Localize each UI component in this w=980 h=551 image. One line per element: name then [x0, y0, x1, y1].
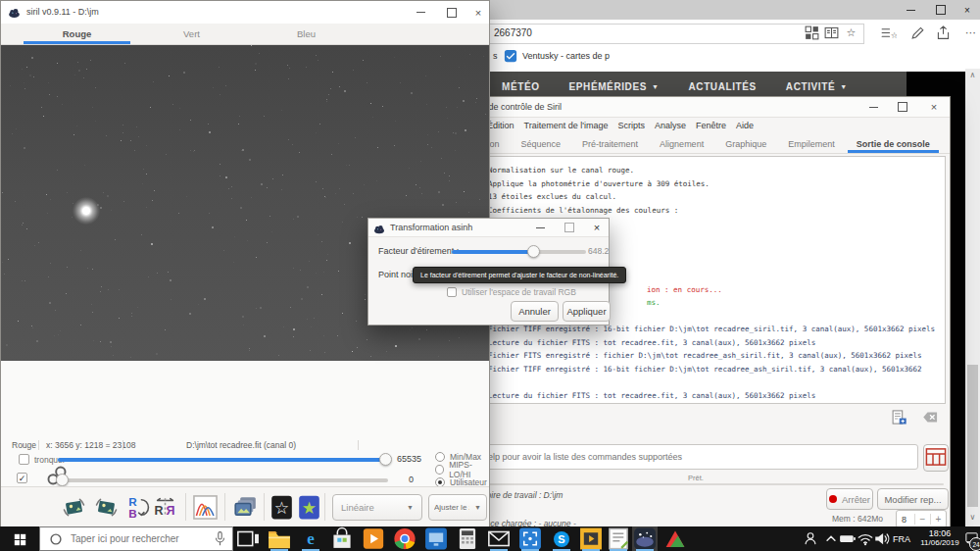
menu-traitement-de-l-image[interactable]: Traitement de l'image	[524, 121, 609, 130]
command-input[interactable]	[452, 444, 918, 470]
favorite-star-icon[interactable]: ☆	[843, 25, 859, 41]
console-titlebar[interactable]: Fenêtre de contrôle de Siril ×	[442, 97, 950, 118]
link-checkbox[interactable]: ✓	[17, 473, 27, 483]
main-maximize-button[interactable]	[438, 1, 466, 24]
radio-mips-lo-hi[interactable]: MIPS-LO/HI	[435, 464, 489, 476]
microphone-icon[interactable]	[212, 530, 228, 547]
export-log-icon[interactable]	[891, 409, 907, 426]
hub-icon[interactable]: ☆	[880, 25, 897, 41]
main-minimize-button[interactable]	[407, 1, 434, 24]
rotate-right-button[interactable]	[94, 495, 119, 520]
star-detect-button[interactable]: ☆	[270, 495, 294, 520]
web-note-icon[interactable]	[909, 25, 926, 41]
stretch-slider-knob[interactable]	[527, 245, 540, 258]
console-tab-empilement[interactable]: Empilement	[777, 134, 846, 153]
taskbar-mail-icon[interactable]	[486, 526, 512, 551]
apply-button[interactable]: Appliquer	[563, 301, 611, 322]
console-tab-sequence[interactable]: Séquence	[511, 134, 572, 153]
nav-actualites[interactable]: ACTUALITÉS	[689, 81, 757, 92]
tracking-icon[interactable]	[804, 25, 820, 41]
more-icon[interactable]: ⋯	[962, 25, 979, 41]
wifi-icon[interactable]	[857, 526, 874, 551]
people-icon[interactable]	[802, 526, 819, 551]
share-icon[interactable]	[935, 25, 952, 41]
display-mode-dropdown[interactable]: Linéaire ▼	[332, 494, 422, 521]
low-slider-knob[interactable]	[56, 474, 69, 486]
edge-minimize-button[interactable]	[897, 0, 924, 20]
mirror-horizontal-button[interactable]: RЯ	[153, 495, 177, 520]
menu-aide[interactable]: Aide	[736, 121, 754, 130]
tab-vert[interactable]: Vert	[134, 24, 249, 44]
spinner-decrement[interactable]: −	[914, 514, 930, 525]
star-color-button[interactable]: ★	[297, 495, 321, 520]
clear-console-icon[interactable]	[922, 409, 939, 426]
menu-scripts[interactable]: Scripts	[617, 121, 645, 130]
tab-bleu[interactable]: Bleu	[249, 24, 364, 44]
main-close-button[interactable]: ×	[467, 1, 489, 24]
dialog-minimize-button[interactable]	[528, 219, 552, 236]
tab-rouge[interactable]: Rouge	[20, 24, 134, 44]
image-stack-button[interactable]	[233, 495, 258, 520]
search-input[interactable]	[69, 532, 212, 545]
console-tab-pre-traitement[interactable]: Pré-traitement	[571, 134, 649, 153]
taskbar-video-app-icon[interactable]	[361, 526, 386, 551]
dialog-maximize-button[interactable]	[558, 219, 581, 236]
menu-edition[interactable]: Édition	[487, 121, 514, 130]
battery-icon[interactable]	[839, 526, 857, 551]
taskbar-photos-icon[interactable]	[662, 526, 688, 551]
taskbar-store-icon[interactable]	[329, 526, 355, 551]
nav-ephemerides[interactable]: EPHÉMÉRIDES▼	[569, 81, 660, 92]
histogram-button[interactable]	[193, 495, 218, 520]
scroll-up-icon[interactable]: ∧	[965, 71, 980, 79]
dialog-titlebar[interactable]: Transformation asinh ×	[368, 219, 609, 237]
console-minimize-button[interactable]	[859, 97, 887, 117]
taskbar-chrome-icon[interactable]	[392, 526, 417, 551]
taskbar-notes-icon[interactable]	[606, 526, 631, 551]
hidden-icons-chevron-icon[interactable]	[822, 526, 840, 551]
edge-close-button[interactable]: ×	[955, 0, 980, 20]
bookmark-fragment[interactable]: s	[493, 51, 498, 61]
taskbar-file-explorer-icon[interactable]	[267, 526, 292, 551]
volume-icon[interactable]	[873, 526, 891, 551]
spinner-increment[interactable]: +	[930, 514, 946, 525]
taskbar-remote-desktop-icon[interactable]	[423, 526, 449, 551]
taskbar-skype-icon[interactable]: S	[549, 526, 574, 551]
console-maximize-button[interactable]	[889, 97, 916, 117]
nav-activite[interactable]: ACTIVITÉ▼	[786, 81, 848, 92]
dialog-close-button[interactable]: ×	[586, 219, 608, 236]
console-close-button[interactable]: ×	[920, 97, 948, 117]
command-button[interactable]	[923, 444, 949, 472]
flip-red-blue-button[interactable]: RB	[125, 495, 150, 520]
edge-maximize-button[interactable]	[927, 0, 955, 20]
cancel-button[interactable]: Annuler	[511, 301, 559, 322]
page-scrollbar[interactable]: ∧ ∨	[965, 69, 980, 526]
language-indicator[interactable]: FRA	[893, 534, 910, 544]
bookmark-ventusky[interactable]: Ventusky - cartes de p	[522, 51, 613, 61]
high-slider-knob[interactable]	[379, 453, 392, 466]
scroll-down-icon[interactable]: ∨	[965, 513, 980, 522]
menu-analyse[interactable]: Analyse	[655, 121, 686, 130]
reading-view-icon[interactable]	[823, 25, 840, 41]
rgb-workspace-checkbox[interactable]	[447, 287, 457, 297]
scroll-thumb[interactable]	[967, 365, 978, 507]
clock[interactable]: 18:06 11/06/2019	[914, 528, 965, 548]
nav-meteo[interactable]: MÉTÉO	[502, 81, 540, 92]
console-tab-sortie-de-console[interactable]: Sortie de console	[846, 134, 941, 153]
taskbar-media-player-icon[interactable]	[578, 526, 604, 551]
menu-fenetre[interactable]: Fenêtre	[696, 121, 726, 130]
console-tab-alignement[interactable]: Alignement	[649, 134, 714, 153]
change-dir-button[interactable]: Modifier rep...	[877, 488, 949, 510]
taskbar-calculator-icon[interactable]	[455, 526, 480, 551]
taskbar-siril-icon[interactable]	[632, 526, 658, 551]
rotate-left-button[interactable]	[62, 495, 86, 520]
taskbar-snip-icon[interactable]	[517, 526, 543, 551]
action-center-button[interactable]: 24	[964, 530, 980, 546]
taskbar-task-view-icon[interactable]	[235, 526, 261, 551]
zoom-dropdown[interactable]: Ajuster le zoom ▼	[428, 494, 487, 521]
low-slider[interactable]	[58, 478, 388, 482]
taskbar-search[interactable]	[39, 526, 233, 551]
taskbar-edge-icon[interactable]: e	[298, 526, 323, 551]
truncate-checkbox[interactable]	[19, 454, 29, 465]
stop-button[interactable]: Arrêter	[826, 488, 873, 510]
console-tab-graphique[interactable]: Graphique	[714, 134, 777, 153]
